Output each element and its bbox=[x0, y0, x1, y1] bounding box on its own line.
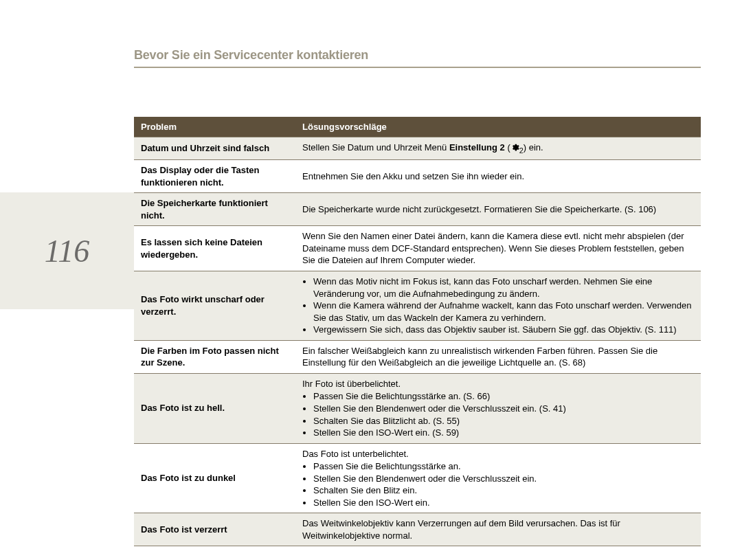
problem-cell: Es lassen sich keine Dateien wiedergeben… bbox=[134, 226, 295, 271]
table-row: Das Foto ist zu hell. Ihr Foto ist überb… bbox=[134, 373, 701, 443]
page-container: Bevor Sie ein Servicecenter kontaktieren… bbox=[0, 0, 742, 560]
problem-cell: Datum und Uhrzeit sind falsch bbox=[134, 137, 295, 160]
problem-cell: Die Farben im Foto passen nicht zur Szen… bbox=[134, 340, 295, 373]
list-item: Stellen Sie den ISO-Wert ein. bbox=[313, 497, 694, 509]
list-item: Vergewissern Sie sich, dass das Objektiv… bbox=[313, 324, 694, 336]
table-row: Das Foto ist zu dunkel Das Foto ist unte… bbox=[134, 443, 701, 513]
solution-cell: Das Foto ist unterbelichtet. Passen Sie … bbox=[295, 443, 701, 513]
problem-cell: Das Foto wirkt unscharf oder verzerrt. bbox=[134, 271, 295, 341]
bullet-list: Passen Sie die Belichtungsstärke an. (S.… bbox=[302, 390, 694, 438]
gear-icon bbox=[510, 143, 519, 152]
problem-cell: Die Speicherkarte funktioniert nicht. bbox=[134, 193, 295, 226]
solution-text: ) ein. bbox=[524, 142, 543, 153]
problem-cell: Das Foto ist verzerrt bbox=[134, 513, 295, 546]
list-item: Wenn das Motiv nicht im Fokus ist, kann … bbox=[313, 276, 694, 300]
solution-cell: Ein falscher Weißabgleich kann zu unreal… bbox=[295, 340, 701, 373]
table-row: Das Display oder die Tasten funktioniere… bbox=[134, 160, 701, 193]
solution-cell: Wenn das Motiv nicht im Fokus ist, kann … bbox=[295, 271, 701, 341]
troubleshooting-table: Problem Lösungsvorschläge Datum und Uhrz… bbox=[134, 117, 701, 546]
table-row: Das Foto ist verzerrt Das Weitwinkelobje… bbox=[134, 513, 701, 546]
table-header-row: Problem Lösungsvorschläge bbox=[134, 117, 701, 137]
list-item: Stellen Sie den Blendenwert oder die Ver… bbox=[313, 403, 694, 415]
bullet-list: Passen Sie die Belichtungsstärke an. Ste… bbox=[302, 460, 694, 508]
solution-cell: Das Weitwinkelobjektiv kann Verzerrungen… bbox=[295, 513, 701, 546]
list-item: Wenn die Kamera während der Aufnahme wac… bbox=[313, 300, 694, 324]
solution-text: Stellen Sie Datum und Uhrzeit Menü bbox=[302, 142, 449, 153]
table-row: Es lassen sich keine Dateien wiedergeben… bbox=[134, 226, 701, 271]
title-bar: Bevor Sie ein Servicecenter kontaktieren bbox=[134, 48, 701, 68]
col-header-problem: Problem bbox=[134, 117, 295, 137]
list-item: Stellen Sie den ISO-Wert ein. (S. 59) bbox=[313, 427, 694, 439]
bullet-list: Wenn das Motiv nicht im Fokus ist, kann … bbox=[302, 276, 694, 336]
solution-cell: Die Speicherkarte wurde nicht zurückgese… bbox=[295, 193, 701, 226]
list-item: Schalten Sie den Blitz ein. bbox=[313, 484, 694, 497]
solution-lead: Ihr Foto ist überbelichtet. bbox=[302, 378, 694, 390]
col-header-solution: Lösungsvorschläge bbox=[295, 117, 701, 137]
solution-cell: Entnehmen Sie den Akku und setzen Sie ih… bbox=[295, 160, 701, 193]
table-row: Das Foto wirkt unscharf oder verzerrt. W… bbox=[134, 271, 701, 341]
list-item: Passen Sie die Belichtungsstärke an. bbox=[313, 460, 694, 473]
table-row: Die Farben im Foto passen nicht zur Szen… bbox=[134, 340, 701, 373]
page-number: 116 bbox=[45, 233, 90, 269]
solution-cell: Ihr Foto ist überbelichtet. Passen Sie d… bbox=[295, 373, 701, 443]
page-number-sidebar: 116 bbox=[0, 192, 134, 309]
solution-cell: Stellen Sie Datum und Uhrzeit Menü Einst… bbox=[295, 137, 701, 160]
gear-icon-group: 2 bbox=[510, 142, 524, 153]
page-title: Bevor Sie ein Servicecenter kontaktieren bbox=[134, 48, 368, 62]
problem-cell: Das Foto ist zu hell. bbox=[134, 373, 295, 443]
solution-cell: Wenn Sie den Namen einer Datei ändern, k… bbox=[295, 226, 701, 271]
problem-cell: Das Display oder die Tasten funktioniere… bbox=[134, 160, 295, 193]
solution-bold: Einstellung 2 bbox=[449, 142, 505, 153]
table-row: Datum und Uhrzeit sind falsch Stellen Si… bbox=[134, 137, 701, 160]
solution-lead: Das Foto ist unterbelichtet. bbox=[302, 448, 694, 460]
list-item: Schalten Sie das Blitzlicht ab. (S. 55) bbox=[313, 415, 694, 427]
table-row: Die Speicherkarte funktioniert nicht. Di… bbox=[134, 193, 701, 226]
solution-text: ( bbox=[505, 142, 510, 153]
troubleshooting-table-wrap: Problem Lösungsvorschläge Datum und Uhrz… bbox=[134, 117, 701, 546]
list-item: Stellen Sie den Blendenwert oder die Ver… bbox=[313, 473, 694, 485]
list-item: Passen Sie die Belichtungsstärke an. (S.… bbox=[313, 390, 694, 403]
problem-cell: Das Foto ist zu dunkel bbox=[134, 443, 295, 513]
